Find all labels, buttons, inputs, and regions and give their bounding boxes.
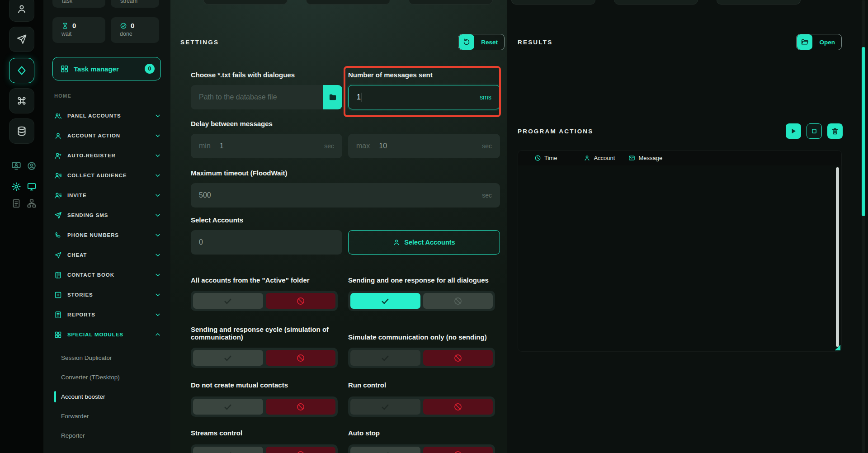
select-accounts-button[interactable]: Select Accounts [348, 230, 500, 255]
ban-icon [296, 354, 305, 363]
toggle-yes-option[interactable] [350, 447, 420, 453]
toggle-no-option[interactable] [423, 293, 493, 309]
sidebar-item-account-action[interactable]: ACCOUNT ACTION [43, 126, 170, 146]
toggle-yes-option[interactable] [350, 350, 420, 366]
toggle-label-active-folder: All accounts from the "Active" folder [191, 276, 342, 284]
delay-max-input[interactable]: max 10 sec [348, 134, 500, 158]
chevron-down-icon [154, 172, 161, 179]
rail-modules-button[interactable] [9, 58, 34, 83]
settings-row-timeout: Maximum timeout (FloodWait) 500 sec [191, 169, 500, 208]
sidebar-item-panel-accounts[interactable]: PANEL ACCOUNTS [43, 106, 170, 126]
top-toolbar-button-1[interactable] [203, 0, 288, 5]
delete-button[interactable] [827, 123, 843, 139]
check-circle-icon [120, 22, 127, 29]
browse-folder-button[interactable] [323, 85, 342, 109]
rail-profile-button[interactable] [9, 0, 34, 22]
send-icon [16, 34, 27, 45]
timeout-input[interactable]: 500 sec [191, 183, 500, 208]
toggle-no-option[interactable] [423, 350, 493, 366]
submenu-session-duplicator[interactable]: Session Duplicator [43, 348, 170, 368]
toggle-yes-option[interactable] [193, 293, 263, 309]
toggle-yes-option[interactable] [350, 293, 420, 309]
open-button[interactable]: Open [796, 34, 842, 50]
ban-icon [296, 402, 305, 411]
monitor-icon[interactable] [26, 181, 37, 192]
user-circle-icon[interactable] [26, 160, 37, 171]
check-icon [381, 354, 390, 363]
rail-database-button[interactable] [9, 118, 34, 144]
sitemap-icon[interactable] [26, 198, 37, 209]
stop-button[interactable] [807, 123, 822, 139]
book-icon [54, 271, 62, 279]
submenu-forwarder[interactable]: Forwarder [43, 406, 170, 426]
top-toolbar-button-2[interactable] [306, 0, 390, 5]
special-modules-submenu: Session Duplicator Converter (TDesktop) … [43, 348, 170, 445]
sidebar-item-cheat[interactable]: CHEAT [43, 245, 170, 265]
reset-icon [459, 34, 474, 50]
accounts-count-value: 0 [199, 238, 203, 246]
top-toolbar-button-5[interactable] [614, 0, 698, 5]
doc-icon[interactable] [11, 198, 22, 209]
file-path-input[interactable]: Path to the database file [191, 85, 342, 109]
sidebar-item-stories[interactable]: STORIES [43, 285, 170, 305]
submenu-converter-tdesktop[interactable]: Converter (TDesktop) [43, 368, 170, 387]
submenu-account-booster[interactable]: Account booster [43, 387, 170, 406]
task-manager-label: Task manager [74, 65, 119, 73]
play-button[interactable] [786, 123, 801, 139]
top-toolbar-button-4[interactable] [511, 0, 595, 5]
sidebar-item-special-modules[interactable]: SPECIAL MODULES [43, 325, 170, 344]
task-card[interactable]: task [52, 0, 105, 8]
sidebar-item-contact-book[interactable]: CONTACT BOOK [43, 265, 170, 285]
delay-max-prefix: max [356, 142, 370, 150]
toggle-no-option[interactable] [266, 293, 336, 309]
table-scrollbar[interactable] [836, 167, 839, 347]
task-manager-button[interactable]: Task manager 0 [52, 57, 161, 80]
delay-min-input[interactable]: min 1 sec [191, 134, 342, 158]
sidebar-item-invite[interactable]: INVITE [43, 185, 170, 205]
wait-label: wait [61, 31, 105, 37]
wait-count: 0 [72, 22, 76, 29]
database-icon [16, 126, 27, 137]
chevron-down-icon [154, 212, 161, 219]
reset-button[interactable]: Reset [458, 34, 505, 50]
ban-icon [296, 297, 305, 306]
table-resize-handle[interactable] [835, 345, 840, 350]
rail-command-button[interactable] [9, 88, 34, 113]
toggle-no-option[interactable] [266, 447, 336, 453]
chevron-down-icon [154, 112, 161, 119]
ban-icon [296, 450, 305, 453]
pc-user-icon[interactable] [11, 160, 22, 171]
stream-card[interactable]: stream [111, 0, 159, 8]
user-icon [393, 239, 400, 246]
sidebar-menu: PANEL ACCOUNTS ACCOUNT ACTION AUTO-REGIS… [43, 106, 170, 344]
messages-sent-input[interactable]: 1 sms [348, 85, 500, 109]
table-body-empty [518, 165, 842, 352]
top-toolbar-button-3[interactable] [409, 0, 493, 5]
ban-icon [453, 402, 462, 411]
hourglass-icon [61, 22, 69, 29]
toggle-yes-option[interactable] [350, 399, 420, 415]
sidebar-item-sending-sms[interactable]: SENDING SMS [43, 205, 170, 225]
toggle-no-option[interactable] [266, 399, 336, 415]
toggle-yes-option[interactable] [193, 447, 263, 453]
done-label: done [120, 31, 159, 37]
top-toolbar-button-6[interactable] [717, 0, 801, 5]
toggle-no-option[interactable] [423, 399, 493, 415]
delay-label: Delay between messages [191, 119, 500, 128]
rail-send-button[interactable] [9, 27, 34, 52]
gear-icon[interactable] [11, 181, 22, 192]
toggle-yes-option[interactable] [193, 399, 263, 415]
sidebar-item-collect-audience[interactable]: COLLECT AUDIENCE [43, 165, 170, 185]
toggle-no-option[interactable] [266, 350, 336, 366]
sidebar: task stream 0 wait 0 done Task manager 0… [43, 0, 170, 453]
toggle-yes-option[interactable] [193, 350, 263, 366]
sidebar-item-reports[interactable]: REPORTS [43, 305, 170, 325]
sidebar-item-phone-numbers[interactable]: PHONE NUMBERS [43, 225, 170, 245]
sidebar-item-auto-register[interactable]: AUTO-REGISTER [43, 146, 170, 165]
table-header: Time Account Message [518, 150, 842, 165]
accounts-count-input[interactable]: 0 [191, 230, 342, 255]
toggle-no-option[interactable] [423, 447, 493, 453]
window-scrollbar-thumb[interactable] [862, 47, 865, 216]
messages-sent-label: Number of messages sent [348, 71, 500, 80]
submenu-reporter[interactable]: Reporter [43, 426, 170, 445]
